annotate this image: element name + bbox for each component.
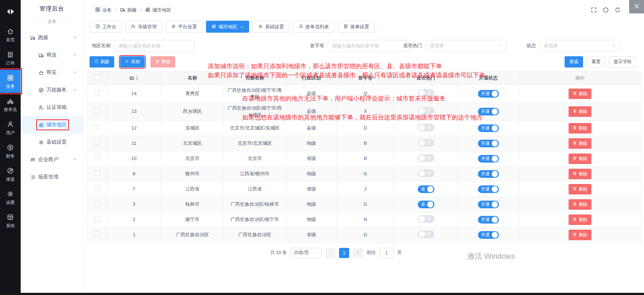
select-all-checkbox[interactable] (94, 75, 100, 80)
rail-item-订单[interactable]: 订单 (0, 46, 21, 70)
row-delete-label: 删除 (579, 186, 587, 192)
row-delete-button[interactable]: 删除 (569, 123, 591, 134)
breadcrumb-item-city-region[interactable]: 城市地区 (145, 7, 171, 13)
breadcrumb-item-errand[interactable]: 跑腿 (120, 7, 137, 13)
toggle-knob (419, 170, 425, 176)
hot-toggle[interactable]: 否 (418, 107, 434, 115)
search-button[interactable]: 搜索 (565, 56, 583, 67)
hot-select[interactable]: 请选择 (426, 40, 506, 52)
rail-item-接单员[interactable]: 接单员 (0, 93, 21, 116)
row-checkbox[interactable] (94, 108, 100, 113)
row-initial: G (337, 227, 394, 242)
close-tab-icon[interactable] (240, 25, 244, 29)
tab-平台设置[interactable]: 平台设置 (166, 21, 202, 33)
status-toggle[interactable]: 开通 (478, 201, 499, 208)
current-page-button[interactable]: 1 (339, 248, 349, 258)
sidebar-item-万能服务[interactable]: 万能服务 (21, 81, 83, 99)
row-delete-button[interactable]: 删除 (569, 169, 591, 179)
row-checkbox[interactable] (94, 155, 100, 160)
chevron-down-icon (73, 70, 77, 75)
hot-toggle[interactable]: 否 (418, 215, 434, 223)
sidebar-item-跑腿[interactable]: 跑腿 (21, 29, 83, 46)
hot-toggle[interactable]: 否 (418, 169, 434, 177)
sidebar-item-基础设置[interactable]: 基础设置 (21, 134, 83, 151)
tab-接单员列表[interactable]: 接单员列表 (293, 21, 334, 33)
tab-工作台[interactable]: 工作台 (90, 21, 122, 33)
status-toggle[interactable]: 开通 (478, 155, 499, 163)
status-toggle[interactable]: 开通 (478, 124, 499, 132)
add-button[interactable]: 添加 (120, 56, 145, 67)
hot-toggle[interactable]: 否 (418, 154, 434, 162)
status-toggle[interactable]: 开通 (478, 140, 499, 147)
delete-button-disabled[interactable]: 删除 (150, 56, 175, 67)
app-logo[interactable] (0, 0, 21, 23)
fullscreen-icon[interactable] (591, 7, 597, 13)
rail-item-渠道[interactable]: 渠道 (0, 163, 21, 186)
region-name-input[interactable] (114, 40, 195, 52)
page-size-select[interactable]: 20条/页 (290, 248, 322, 258)
rail-item-业务[interactable]: 业务 (0, 70, 21, 93)
shield-icon[interactable] (603, 7, 609, 13)
toggle-knob (492, 125, 498, 131)
row-checkbox[interactable] (94, 201, 100, 206)
breadcrumb-item-business[interactable]: 业务 (95, 7, 112, 13)
tab-城市地区[interactable]: 城市地区 (206, 21, 249, 33)
reset-button[interactable]: 重置 (587, 56, 605, 67)
tab-等级管理[interactable]: 等级管理 (125, 21, 162, 33)
row-checkbox[interactable] (94, 231, 100, 237)
row-delete-button[interactable]: 删除 (569, 214, 591, 225)
rail-item-label: 系统 (6, 224, 15, 228)
row-delete-button[interactable]: 删除 (569, 89, 591, 99)
hot-toggle[interactable]: 是 (418, 185, 434, 193)
initial-input[interactable] (328, 40, 408, 52)
row-delete-button[interactable]: 删除 (569, 138, 591, 149)
rail-item-系统[interactable]: 系统 (0, 209, 21, 232)
sidebar-item-label: 跑腿 (38, 34, 48, 41)
tab-接单设置[interactable]: 接单设置 (338, 21, 375, 33)
sidebar-item-帮送[interactable]: 帮送 (21, 46, 83, 64)
rail-item-设置[interactable]: 设置 (0, 186, 21, 209)
goto-page-input[interactable] (379, 248, 394, 258)
row-delete-button[interactable]: 删除 (569, 106, 591, 117)
row-delete-button[interactable]: 删除 (569, 230, 591, 240)
sidebar-item-城市地区[interactable]: 城市地区 (21, 116, 83, 134)
refresh-icon[interactable] (615, 7, 621, 13)
sidebar-item-认证审核[interactable]: 认证审核 (21, 99, 83, 116)
rail-item-首页[interactable]: 首页 (0, 23, 21, 46)
row-checkbox[interactable] (94, 124, 100, 130)
show-fields-button[interactable]: 显示字段 (609, 56, 636, 67)
row-checkbox[interactable] (94, 140, 100, 145)
hot-toggle[interactable]: 否 (418, 124, 434, 131)
hot-toggle[interactable]: 否 (418, 230, 434, 238)
status-toggle[interactable]: 开通 (478, 216, 499, 224)
status-toggle[interactable]: 开通 (478, 170, 499, 178)
rail-item-财务[interactable]: 财务 (0, 139, 21, 163)
column-id[interactable]: ID (107, 71, 161, 85)
prev-page-button[interactable] (325, 248, 335, 258)
sort-icon[interactable] (136, 76, 139, 81)
close-overlay-button[interactable] (629, 0, 644, 13)
sidebar-item-帮买[interactable]: 帮买 (21, 64, 83, 81)
hot-toggle[interactable]: 否 (418, 89, 434, 97)
row-delete-button[interactable]: 删除 (569, 184, 591, 194)
row-delete-button[interactable]: 删除 (569, 153, 591, 164)
next-page-button[interactable] (353, 248, 363, 258)
tab-基础设置[interactable]: 基础设置 (253, 21, 289, 33)
row-checkbox[interactable] (94, 216, 100, 221)
row-delete-button[interactable]: 删除 (569, 199, 591, 210)
row-checkbox[interactable] (94, 185, 100, 191)
row-checkbox[interactable] (94, 170, 100, 176)
status-toggle[interactable]: 开通 (478, 185, 499, 193)
sidebar-item-企业商户[interactable]: 企业商户 (21, 151, 83, 168)
row-checkbox[interactable] (94, 90, 100, 95)
status-toggle[interactable]: 开通 (478, 231, 499, 239)
status-toggle[interactable]: 开通 (478, 90, 499, 98)
status-toggle[interactable]: 开通 (478, 108, 499, 115)
refresh-button[interactable]: 刷新 (90, 56, 114, 67)
hot-toggle[interactable]: 否 (418, 139, 434, 147)
hot-toggle[interactable]: 是 (418, 201, 434, 208)
row-initial: B (337, 136, 394, 151)
status-select[interactable]: 请选择 (540, 40, 620, 52)
rail-item-用户[interactable]: 用户 (0, 116, 21, 139)
sidebar-item-场景管理[interactable]: 场景管理 (21, 168, 83, 186)
